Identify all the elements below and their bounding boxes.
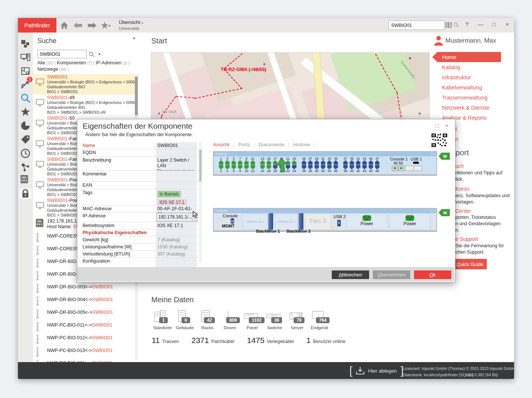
menu-item[interactable]: Kabelverwaltung — [432, 82, 501, 92]
menu-item-fragment[interactable]: n — [455, 136, 458, 142]
security-icon[interactable] — [19, 189, 32, 199]
form-row-konfiguration[interactable]: Konfiguration — [83, 258, 199, 268]
dialog-close-icon[interactable]: × — [443, 122, 451, 129]
form-row-tags[interactable]: Tags In Betrieb IOS XE 17.1 — [83, 189, 199, 205]
tile-panel[interactable]: 1102 Panel — [241, 310, 263, 333]
support-link-fragment[interactable]: Konto — [455, 186, 469, 192]
search-result-item[interactable]: 192.0.0.1 NWP-PC-BIO-012<->SWBIO01 — [33, 334, 138, 346]
field-value[interactable]: IOS XE 17.1 — [156, 222, 197, 229]
rj45-port[interactable] — [369, 165, 373, 169]
rj45-port[interactable] — [362, 165, 367, 169]
rj45-port[interactable] — [308, 165, 313, 169]
result-netpath[interactable]: NWP-PC-BIO-011<->SWBIO01 — [47, 321, 138, 328]
rj45-port[interactable] — [244, 160, 249, 165]
rj45-port[interactable] — [375, 165, 380, 169]
filter-label[interactable]: Netzwege — [37, 67, 58, 72]
sidebar-search-input[interactable] — [38, 52, 86, 57]
form-scrollbar-thumb[interactable] — [199, 150, 202, 181]
breadcrumb[interactable]: Übersicht ▸ — [119, 19, 143, 25]
drop-zone[interactable]: [ Hier ablegen ] — [349, 365, 403, 376]
search-filter-bar[interactable]: Alle (32) | Komponenten (7) | IP-Adresse… — [37, 60, 131, 73]
search-panel-close-icon[interactable]: × — [131, 35, 137, 41]
forward-icon[interactable] — [87, 21, 97, 30]
result-netpath[interactable]: NWP-PC-BIO-021<->SWBIO01 — [47, 359, 138, 362]
ok-button[interactable]: Ok — [414, 270, 451, 279]
form-row-verlust[interactable]: Verlustleistung [BTU/h] 307 (Katalog) — [83, 251, 199, 258]
result-netpath[interactable]: NWP-PC-BIO-013<->SWBIO01 — [47, 346, 138, 353]
form-row-mac[interactable]: MAC-Adresse 00-AF-1F-01-61-03 — [83, 205, 199, 212]
cancel-button[interactable]: Abbrechen — [332, 270, 369, 279]
form-row-ean[interactable]: EAN — [83, 182, 199, 189]
search-result-item[interactable]: 192.0.0.1 NWP-DR-BIO-005<->SWBIO01 — [33, 308, 138, 321]
support-link-fragment[interactable]: Center — [455, 208, 471, 214]
stackwise1-port[interactable] — [268, 213, 273, 230]
usb2-port[interactable] — [337, 220, 341, 226]
switch-front-panel[interactable]: SWBIO01 V H 1 2 3 4 — [213, 151, 437, 176]
rj45-port[interactable] — [321, 165, 325, 169]
tab-dokumente[interactable]: Dokumente — [259, 142, 284, 147]
hierarchy-icon[interactable] — [20, 39, 31, 49]
rj45-port[interactable] — [225, 160, 230, 165]
power-supply-1[interactable]: Power — [346, 214, 387, 230]
search-filter[interactable]: Alle (32) | — [37, 60, 57, 65]
rj45-port[interactable] — [232, 160, 236, 165]
result-title[interactable]: SWBIO01-49 — [47, 95, 138, 100]
search-filter[interactable]: Komponenten (7) | — [57, 60, 96, 65]
help-button[interactable]: ? — [462, 21, 472, 27]
minimize-button[interactable]: — — [476, 21, 485, 27]
tile-racks[interactable]: 42 Racks — [197, 310, 218, 333]
panel-view-toggle[interactable]: V H — [430, 209, 435, 212]
field-value[interactable] — [156, 258, 197, 267]
form-row-ip[interactable]: IP-Adresse 192.178.161.1/... … — [83, 212, 199, 222]
tab-ports[interactable]: Ports — [238, 142, 250, 147]
form-row-leistung[interactable]: Leistungsaufnahme [W] 1530 (Katalog) — [83, 244, 199, 251]
menu-item[interactable]: Infrastruktur — [432, 72, 501, 82]
form-row-name[interactable]: Name SWBIO01 — [83, 142, 199, 149]
search-result-item[interactable]: 192.0.0.1 NWP-PC-BIO-021<->SWBIO01 — [33, 359, 138, 362]
menu-item[interactable]: Katalog — [432, 62, 501, 72]
form-row-fqdn[interactable]: FQDN — [83, 149, 199, 157]
sidebar-search-field[interactable] — [37, 50, 87, 58]
statistics-icon[interactable] — [20, 120, 31, 131]
form-row-kommentar[interactable]: Kommentar — [83, 171, 199, 182]
rj45-port[interactable] — [238, 165, 242, 169]
sidebar-search-icon[interactable] — [89, 52, 95, 59]
search-filter[interactable]: IP-Adressen (1) | — [96, 60, 130, 65]
tag-badge-ios[interactable]: IOS XE 17.1 — [157, 199, 187, 206]
filter-label[interactable]: Komponenten — [57, 60, 86, 65]
apply-button[interactable]: Übernehmen — [373, 270, 410, 279]
form-row-os[interactable]: Betriebssystem IOS XE 17.1 — [83, 222, 199, 229]
rj45-port[interactable] — [369, 160, 373, 165]
stackwise2-port[interactable] — [299, 213, 303, 230]
field-value[interactable] — [156, 149, 197, 156]
field-value[interactable] — [156, 182, 197, 189]
components-icon[interactable] — [20, 52, 31, 63]
menu-item-fragment[interactable]: t — [455, 126, 457, 132]
global-search-input[interactable] — [389, 23, 454, 28]
rj45-port[interactable] — [251, 165, 255, 169]
maximize-button[interactable]: □ — [489, 21, 499, 27]
quick-guide-button[interactable]: Quick Guide — [453, 259, 487, 269]
rj45-port[interactable] — [350, 165, 354, 169]
search-rail-icon[interactable] — [20, 93, 31, 103]
ip-addresses-icon[interactable]: 192.0.0.1 — [21, 175, 28, 183]
search-result-item[interactable]: 192.0.0.1 NWP-PC-BIO-011<->SWBIO01 — [33, 321, 138, 334]
rj45-port[interactable] — [292, 160, 297, 165]
rj45-port[interactable] — [334, 165, 338, 169]
rj45-port[interactable] — [362, 160, 367, 165]
fan2-module[interactable]: SWBIO01 Fan 2 — [275, 214, 298, 230]
rj45-port[interactable] — [321, 160, 325, 165]
rj45-port[interactable] — [260, 165, 265, 169]
rj45-port[interactable] — [267, 160, 271, 165]
result-netpath[interactable]: NWP-DR-BIO-004<->SWBIO01 — [47, 296, 138, 302]
support-link-fragment[interactable]: e Support — [455, 236, 478, 242]
tile-dosen[interactable]: 809 Dosen — [219, 310, 241, 333]
field-value[interactable] — [156, 171, 197, 181]
search-filter[interactable]: Netzwege (24) | — [37, 67, 69, 72]
user-name[interactable]: Mustermann, Max — [445, 37, 496, 45]
barcode-icon[interactable] — [445, 22, 452, 30]
search-result-item[interactable]: 192.0.0.1 NWP-PC-BIO-013<->SWBIO01 — [33, 346, 138, 359]
favorites-icon[interactable] — [20, 107, 31, 117]
rj45-port[interactable] — [302, 165, 306, 169]
tile-server[interactable]: 76 Server — [286, 310, 308, 333]
